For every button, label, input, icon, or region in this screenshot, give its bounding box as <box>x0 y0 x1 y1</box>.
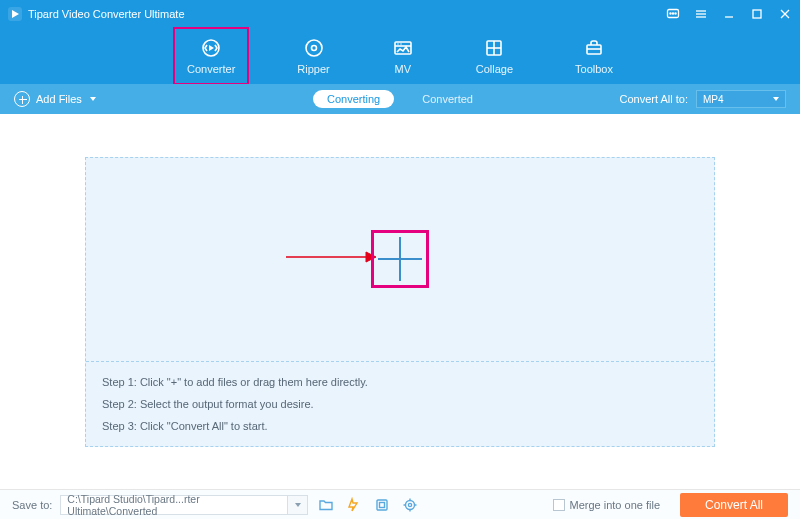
main-area: Step 1: Click "+" to add files or drag t… <box>0 114 800 489</box>
tab-mv[interactable]: MV <box>384 33 422 79</box>
svg-point-15 <box>311 46 316 51</box>
tab-collage[interactable]: Collage <box>468 33 521 79</box>
app-title: Tipard Video Converter Ultimate <box>28 8 666 20</box>
svg-point-30 <box>409 503 412 506</box>
svg-rect-27 <box>377 500 387 510</box>
svg-point-29 <box>406 500 415 509</box>
plus-circle-icon <box>14 91 30 107</box>
tab-toolbox[interactable]: Toolbox <box>567 33 621 79</box>
annotation-arrow-icon <box>286 250 376 268</box>
convert-all-to-label: Convert All to: <box>620 93 688 105</box>
svg-point-18 <box>397 43 398 44</box>
svg-point-14 <box>306 40 322 56</box>
format-value: MP4 <box>703 94 724 105</box>
svg-marker-0 <box>12 10 19 18</box>
svg-point-3 <box>672 13 673 14</box>
svg-point-4 <box>675 13 676 14</box>
app-logo-icon <box>8 7 22 21</box>
output-format-select[interactable]: MP4 <box>696 90 786 108</box>
svg-rect-28 <box>380 502 385 507</box>
chevron-down-icon <box>773 97 779 101</box>
maximize-icon[interactable] <box>750 7 764 21</box>
collage-icon <box>483 37 505 59</box>
steps-panel: Step 1: Click "+" to add files or drag t… <box>86 361 714 446</box>
mv-icon <box>392 37 414 59</box>
minimize-icon[interactable] <box>722 7 736 21</box>
add-files-plus-button[interactable] <box>374 233 426 285</box>
save-to-label: Save to: <box>12 499 52 511</box>
status-segment: Converting Converted <box>313 90 487 108</box>
tab-label: Converter <box>187 63 235 75</box>
merge-label: Merge into one file <box>570 499 661 511</box>
feedback-icon[interactable] <box>666 7 680 21</box>
speed-icon[interactable] <box>344 495 364 515</box>
ripper-icon <box>303 37 325 59</box>
checkbox-icon <box>553 499 565 511</box>
gpu-icon[interactable] <box>372 495 392 515</box>
tab-converter[interactable]: Converter <box>179 33 243 79</box>
titlebar: Tipard Video Converter Ultimate <box>0 0 800 28</box>
toolbar: Add Files Converting Converted Convert A… <box>0 84 800 114</box>
footer: Save to: C:\Tipard Studio\Tipard...rter … <box>0 489 800 519</box>
svg-marker-13 <box>209 45 214 51</box>
chevron-down-icon <box>90 97 96 101</box>
dropzone-top <box>86 158 714 361</box>
step-2-text: Step 2: Select the output format you des… <box>102 398 698 410</box>
convert-all-button[interactable]: Convert All <box>680 493 788 517</box>
tab-converted[interactable]: Converted <box>408 90 487 108</box>
menu-icon[interactable] <box>694 7 708 21</box>
step-3-text: Step 3: Click "Convert All" to start. <box>102 420 698 432</box>
tab-label: MV <box>394 63 411 75</box>
tab-converting[interactable]: Converting <box>313 90 394 108</box>
add-files-label: Add Files <box>36 93 82 105</box>
step-1-text: Step 1: Click "+" to add files or drag t… <box>102 376 698 388</box>
tab-label: Toolbox <box>575 63 613 75</box>
dropzone[interactable]: Step 1: Click "+" to add files or drag t… <box>85 157 715 447</box>
tab-ripper[interactable]: Ripper <box>289 33 337 79</box>
close-icon[interactable] <box>778 7 792 21</box>
svg-rect-9 <box>753 10 761 18</box>
main-tabs: Converter Ripper MV Collage Toolbox <box>0 28 800 84</box>
svg-point-2 <box>670 13 671 14</box>
tab-label: Ripper <box>297 63 329 75</box>
converter-icon <box>200 37 222 59</box>
add-files-button[interactable]: Add Files <box>14 91 96 107</box>
settings-icon[interactable] <box>400 495 420 515</box>
merge-checkbox[interactable]: Merge into one file <box>553 499 661 511</box>
save-path-field[interactable]: C:\Tipard Studio\Tipard...rter Ultimate\… <box>60 495 288 515</box>
tab-label: Collage <box>476 63 513 75</box>
svg-point-19 <box>400 43 401 44</box>
save-path-dropdown[interactable] <box>288 495 308 515</box>
open-folder-icon[interactable] <box>316 495 336 515</box>
toolbox-icon <box>583 37 605 59</box>
